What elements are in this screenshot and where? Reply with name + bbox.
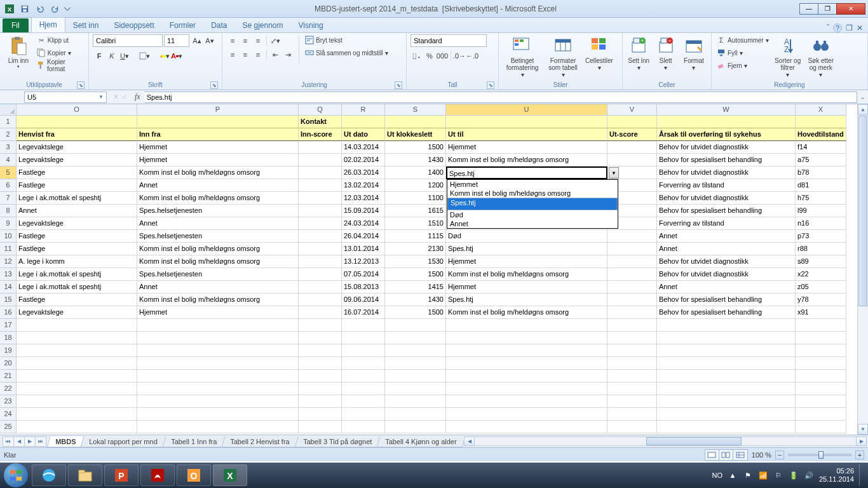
cell[interactable] [17, 395, 137, 408]
workbook-close-icon[interactable]: ✕ [857, 24, 863, 32]
fill-button[interactable]: Fyll ▾ [715, 47, 770, 58]
cell[interactable]: 1615 [385, 205, 446, 217]
cell[interactable] [299, 217, 342, 230]
cell[interactable] [137, 395, 299, 408]
cell[interactable]: 1400 [385, 166, 446, 179]
cell[interactable] [607, 154, 657, 166]
cell[interactable]: Legevaktslege [17, 141, 137, 154]
cell[interactable]: Spes.htj [446, 294, 607, 306]
cell[interactable] [796, 370, 846, 383]
cell[interactable] [342, 344, 385, 357]
font-size-select[interactable] [164, 34, 189, 47]
cell[interactable] [299, 281, 342, 294]
row-header[interactable]: 17 [0, 319, 17, 332]
cell[interactable]: Behov for utvidet diagnostikk [657, 192, 796, 205]
file-tab[interactable]: Fil [3, 18, 29, 32]
cell[interactable] [299, 319, 342, 332]
cell[interactable]: Annet [137, 179, 299, 192]
cell[interactable] [796, 421, 846, 433]
cell[interactable] [607, 141, 657, 154]
copy-button[interactable]: Kopier ▾ [36, 47, 85, 58]
cell[interactable] [299, 383, 342, 395]
cell[interactable] [607, 255, 657, 268]
insert-cells-button[interactable]: +Sett inn▾ [627, 34, 651, 71]
decrease-indent-icon[interactable]: ⇤ [269, 48, 281, 61]
cell[interactable] [385, 344, 446, 357]
cell[interactable]: Legevaktslege [17, 217, 137, 230]
cell[interactable] [385, 395, 446, 408]
data-validation-dropdown-button[interactable]: ▼ [609, 167, 619, 179]
cell[interactable]: Annet [657, 230, 796, 243]
cell[interactable]: 1415 [385, 281, 446, 294]
vertical-scrollbar[interactable]: ▲ ▼ [857, 104, 868, 435]
cell[interactable]: 14.03.2014 [342, 141, 385, 154]
cell[interactable]: Behov for utvidet diagnostikk [657, 166, 796, 179]
tray-action-center-icon[interactable]: ⚐ [773, 470, 783, 480]
row-header[interactable]: 5 [0, 166, 17, 179]
cell[interactable] [657, 332, 796, 344]
cell[interactable] [796, 383, 846, 395]
decrease-font-icon[interactable]: A▾ [203, 34, 216, 47]
cell[interactable] [796, 357, 846, 370]
border-button[interactable]: ▾ [138, 50, 151, 62]
horizontal-scrollbar[interactable]: ◀ ▶ [463, 437, 868, 446]
row-header[interactable]: 18 [0, 332, 17, 344]
format-as-table-button[interactable]: Formater som tabell▾ [545, 34, 581, 78]
row-header[interactable]: 23 [0, 395, 17, 408]
cell[interactable]: Ut til [446, 128, 607, 141]
cell[interactable] [17, 383, 137, 395]
cell[interactable] [299, 166, 342, 179]
align-center-icon[interactable]: ≡ [239, 48, 252, 61]
align-right-icon[interactable]: ≡ [252, 48, 264, 61]
cell[interactable] [137, 421, 299, 433]
scroll-right-icon[interactable]: ▶ [856, 437, 867, 446]
cell[interactable]: 1530 [385, 255, 446, 268]
tab-home[interactable]: Hjem [31, 17, 65, 32]
tab-formulas[interactable]: Formler [162, 18, 203, 32]
cell[interactable] [385, 408, 446, 421]
increase-decimal-icon[interactable]: .0→ [453, 50, 466, 62]
cell[interactable]: 12.03.2014 [342, 192, 385, 205]
column-header[interactable]: S [385, 104, 446, 116]
cut-button[interactable]: ✂Klipp ut [36, 34, 85, 46]
increase-font-icon[interactable]: A▴ [191, 34, 203, 47]
cell[interactable]: Fastlege [17, 179, 137, 192]
excel-icon[interactable]: X [3, 2, 17, 16]
cell[interactable] [342, 319, 385, 332]
dropdown-option[interactable]: Komm inst el bolig m/heldøgns omsorg [447, 189, 618, 198]
cell[interactable]: Spes.helsetjenesten [137, 230, 299, 243]
cell[interactable] [657, 370, 796, 383]
number-format-select[interactable] [410, 34, 487, 47]
alignment-launcher[interactable]: ⬊ [395, 81, 402, 89]
row-header[interactable]: 4 [0, 154, 17, 166]
cell[interactable]: r88 [796, 243, 846, 255]
cell[interactable]: 16.07.2014 [342, 306, 385, 319]
row-header[interactable]: 14 [0, 281, 17, 294]
cell[interactable] [796, 408, 846, 421]
cell[interactable]: Fastlege [17, 230, 137, 243]
cell[interactable] [607, 294, 657, 306]
increase-indent-icon[interactable]: ⇥ [281, 48, 294, 61]
delete-cells-button[interactable]: −Slett▾ [653, 34, 677, 71]
cell[interactable] [299, 268, 342, 281]
cell[interactable]: Ut-score [607, 128, 657, 141]
cell[interactable] [607, 344, 657, 357]
cell[interactable]: Komm inst el bolig m/heldøgns omsorg [446, 306, 607, 319]
page-break-view-icon[interactable] [733, 450, 747, 460]
cell[interactable] [299, 344, 342, 357]
cell[interactable]: Legevaktslege [17, 306, 137, 319]
data-validation-list[interactable]: Hjemmet Komm inst el bolig m/heldøgns om… [447, 179, 618, 229]
cell[interactable] [342, 421, 385, 433]
page-layout-view-icon[interactable] [719, 450, 733, 460]
tray-clock[interactable]: 05:2625.11.2014 [819, 467, 854, 484]
cell[interactable] [607, 421, 657, 433]
cell[interactable]: Fastlege [17, 294, 137, 306]
cell[interactable]: 1500 [385, 268, 446, 281]
cell[interactable] [299, 230, 342, 243]
cell[interactable]: Annet [657, 243, 796, 255]
cell[interactable]: Behov for utvidet diagnostikk [657, 141, 796, 154]
cell[interactable]: Inn-score [299, 128, 342, 141]
cell[interactable] [385, 370, 446, 383]
cell[interactable]: Hovedtilstand [796, 128, 846, 141]
cell[interactable]: Lege i ak.mottak el speshtj [17, 268, 137, 281]
